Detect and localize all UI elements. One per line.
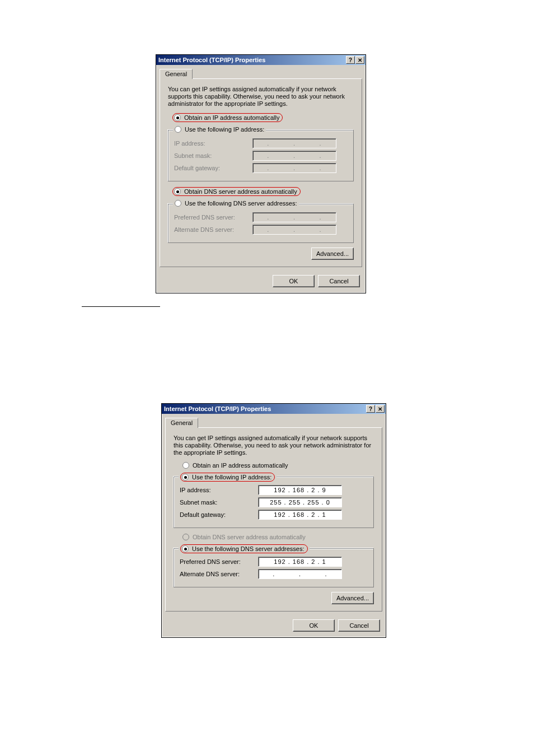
close-button[interactable]: ✕	[376, 405, 385, 413]
advanced-button[interactable]: Advanced...	[311, 248, 354, 260]
default-gateway-input[interactable]: 192 . 168 . 2 . 1	[258, 510, 342, 520]
radio-label: Use the following DNS server addresses:	[185, 200, 297, 207]
advanced-button[interactable]: Advanced...	[331, 592, 374, 604]
ip-address-input[interactable]: 192 . 168 . 2 . 9	[258, 485, 342, 495]
tab-strip: General	[162, 414, 386, 427]
close-button[interactable]: ✕	[355, 56, 364, 64]
radio-use-following-dns[interactable]: Use the following DNS server addresses:	[173, 200, 299, 207]
radio-label: Obtain DNS server address automatically	[184, 188, 297, 195]
radio-obtain-dns-auto: Obtain DNS server address automatically	[182, 534, 374, 540]
ok-button[interactable]: OK	[293, 619, 335, 632]
explanation-text: You can get IP settings assigned automat…	[174, 435, 374, 456]
tab-panel: You can get IP settings assigned automat…	[165, 427, 382, 612]
radio-obtain-ip-auto[interactable]: Obtain an IP address automatically	[182, 462, 374, 469]
ip-address-value: 192 . 168 . 2 . 9	[274, 487, 326, 493]
radio-icon	[182, 462, 189, 469]
window-title: Internet Protocol (TCP/IP) Properties	[164, 405, 366, 412]
radio-label: Obtain an IP address automatically	[193, 462, 288, 469]
highlight-oval: Use the following IP address:	[180, 473, 275, 482]
titlebar[interactable]: Internet Protocol (TCP/IP) Properties ? …	[162, 404, 386, 414]
radio-icon	[174, 188, 181, 195]
preferred-dns-label: Preferred DNS server:	[180, 558, 258, 565]
cancel-button[interactable]: Cancel	[338, 619, 380, 632]
preferred-dns-input: ...	[252, 212, 336, 222]
manual-ip-group: Use the following IP address: IP address…	[168, 130, 354, 181]
help-button[interactable]: ?	[366, 405, 375, 413]
radio-obtain-ip-auto[interactable]: Obtain an IP address automatically	[172, 113, 354, 122]
ip-address-input: ...	[252, 138, 336, 148]
highlight-oval: Obtain DNS server address automatically	[172, 187, 301, 196]
subnet-mask-label: Subnet mask:	[180, 499, 258, 506]
radio-icon	[175, 126, 181, 133]
ip-address-label: IP address:	[174, 140, 252, 147]
window-title: Internet Protocol (TCP/IP) Properties	[158, 57, 346, 63]
radio-label: Obtain an IP address automatically	[184, 114, 279, 121]
manual-dns-group: Use the following DNS server addresses: …	[168, 204, 354, 243]
radio-obtain-dns-auto[interactable]: Obtain DNS server address automatically	[172, 187, 354, 196]
ip-address-label: IP address:	[180, 487, 258, 493]
subnet-mask-value: 255 . 255 . 255 . 0	[270, 499, 330, 506]
alternate-dns-input[interactable]: ...	[258, 569, 342, 579]
radio-use-following-ip[interactable]: Use the following IP address:	[173, 126, 266, 133]
alternate-dns-label: Alternate DNS server:	[180, 571, 258, 577]
default-gateway-label: Default gateway:	[174, 165, 252, 171]
cancel-button[interactable]: Cancel	[318, 275, 360, 287]
tab-general[interactable]: General	[165, 418, 198, 428]
default-gateway-value: 192 . 168 . 2 . 1	[274, 511, 326, 518]
alternate-dns-label: Alternate DNS server:	[174, 226, 252, 233]
radio-label: Use the following IP address:	[185, 126, 264, 133]
subnet-mask-input: ...	[252, 151, 336, 161]
manual-dns-group: Use the following DNS server addresses: …	[174, 548, 374, 587]
explanation-text: You can get IP settings assigned automat…	[168, 86, 354, 108]
titlebar[interactable]: Internet Protocol (TCP/IP) Properties ? …	[156, 55, 366, 65]
ok-button[interactable]: OK	[273, 275, 315, 287]
radio-icon	[182, 534, 189, 540]
default-gateway-input: ...	[252, 163, 336, 173]
preferred-dns-input[interactable]: 192 . 168 . 2 . 1	[258, 557, 342, 567]
radio-icon	[175, 200, 181, 207]
highlight-oval: Obtain an IP address automatically	[172, 113, 283, 122]
radio-label: Use the following DNS server addresses:	[192, 545, 305, 552]
subnet-mask-label: Subnet mask:	[174, 152, 252, 159]
highlight-oval: Use the following DNS server addresses:	[180, 544, 308, 553]
tab-strip: General	[156, 65, 366, 78]
radio-icon	[182, 545, 189, 552]
preferred-dns-value: 192 . 168 . 2 . 1	[274, 558, 326, 565]
radio-use-following-ip[interactable]: Use the following IP address:	[179, 473, 277, 482]
alternate-dns-input: ...	[252, 225, 336, 235]
radio-icon	[182, 474, 189, 480]
radio-use-following-dns[interactable]: Use the following DNS server addresses:	[179, 544, 310, 553]
radio-label: Obtain DNS server address automatically	[193, 534, 306, 540]
manual-ip-group: Use the following IP address: IP address…	[174, 477, 374, 528]
radio-icon	[174, 114, 181, 121]
tab-general[interactable]: General	[160, 69, 193, 79]
preferred-dns-label: Preferred DNS server:	[174, 214, 252, 221]
tab-panel: You can get IP settings assigned automat…	[160, 78, 362, 267]
subnet-mask-input[interactable]: 255 . 255 . 255 . 0	[258, 497, 342, 507]
default-gateway-label: Default gateway:	[180, 511, 258, 518]
tcpip-properties-dialog-manual: Internet Protocol (TCP/IP) Properties ? …	[161, 403, 386, 638]
tcpip-properties-dialog-auto: Internet Protocol (TCP/IP) Properties ? …	[156, 54, 366, 293]
radio-label: Use the following IP address:	[192, 474, 271, 480]
divider-line	[82, 306, 160, 307]
help-button[interactable]: ?	[346, 56, 355, 64]
